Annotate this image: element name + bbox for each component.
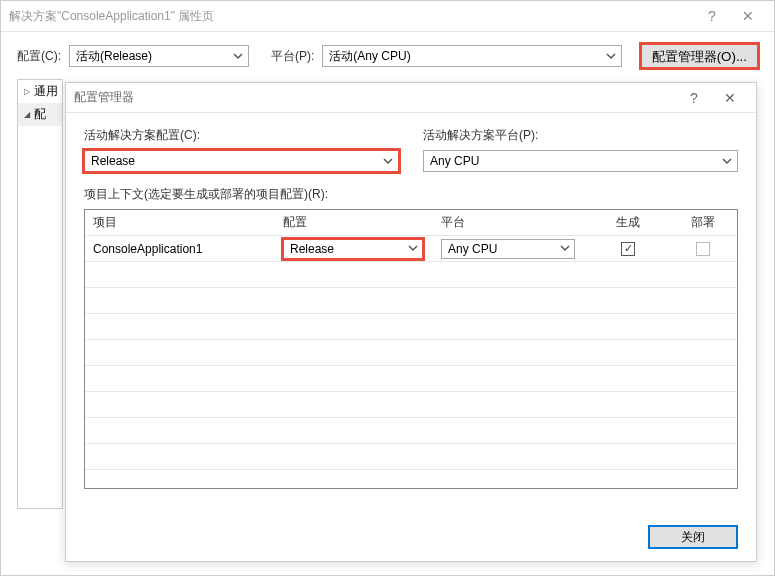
project-platform-dropdown[interactable]: Any CPU xyxy=(441,239,575,259)
chevron-down-icon xyxy=(560,242,570,256)
config-dropdown[interactable]: 活动(Release) xyxy=(69,45,249,67)
close-icon[interactable]: ✕ xyxy=(730,8,766,24)
config-row: 活动解决方案配置(C): Release 活动解决方案平台(P): Any CP… xyxy=(84,127,738,172)
config-value: 活动(Release) xyxy=(76,48,152,65)
table-row xyxy=(85,314,737,340)
child-title: 配置管理器 xyxy=(74,89,676,106)
project-config-cell: Release xyxy=(275,239,433,259)
table-row xyxy=(85,288,737,314)
project-config-dropdown[interactable]: Release xyxy=(283,239,423,259)
solution-platform-dropdown[interactable]: Any CPU xyxy=(423,150,738,172)
chevron-down-icon xyxy=(232,50,244,62)
close-button[interactable]: 关闭 xyxy=(648,525,738,549)
category-tree[interactable]: ▷ 通用 ◢ 配 xyxy=(17,79,63,509)
table-row xyxy=(85,366,737,392)
table-row xyxy=(85,444,737,470)
chevron-down-icon xyxy=(408,242,418,256)
solution-config-value: Release xyxy=(91,154,135,168)
chevron-down-icon xyxy=(382,155,394,167)
child-titlebar: 配置管理器 ? ✕ xyxy=(66,83,756,113)
help-icon[interactable]: ? xyxy=(676,90,712,106)
project-platform-value: Any CPU xyxy=(448,242,497,256)
table-row xyxy=(85,340,737,366)
col-project: 项目 xyxy=(85,214,275,231)
grid-header: 项目 配置 平台 生成 部署 xyxy=(85,210,737,236)
platform-value: 活动(Any CPU) xyxy=(329,48,410,65)
platform-label: 平台(P): xyxy=(271,48,314,65)
collapse-icon: ◢ xyxy=(24,110,30,119)
platform-dropdown[interactable]: 活动(Any CPU) xyxy=(322,45,622,67)
config-manager-dialog: 配置管理器 ? ✕ 活动解决方案配置(C): Release 活动解决方案平台(… xyxy=(65,82,757,562)
chevron-down-icon xyxy=(721,155,733,167)
project-context-grid: 项目 配置 平台 生成 部署 ConsoleApplication1 Relea… xyxy=(84,209,738,489)
col-deploy: 部署 xyxy=(673,214,733,231)
solution-platform-group: 活动解决方案平台(P): Any CPU xyxy=(423,127,738,172)
col-platform: 平台 xyxy=(433,214,583,231)
config-manager-button[interactable]: 配置管理器(O)... xyxy=(641,44,758,68)
tree-label: 通用 xyxy=(34,83,58,100)
project-name: ConsoleApplication1 xyxy=(85,242,275,256)
deploy-cell xyxy=(673,242,733,256)
build-cell: ✓ xyxy=(583,242,673,256)
parent-titlebar: 解决方案"ConsoleApplication1" 属性页 ? ✕ xyxy=(1,1,774,31)
solution-config-dropdown[interactable]: Release xyxy=(84,150,399,172)
close-icon[interactable]: ✕ xyxy=(712,90,748,106)
child-body: 活动解决方案配置(C): Release 活动解决方案平台(P): Any CP… xyxy=(66,113,756,503)
solution-platform-label: 活动解决方案平台(P): xyxy=(423,127,738,144)
tree-item-common[interactable]: ▷ 通用 xyxy=(18,80,62,103)
parent-toolbar: 配置(C): 活动(Release) 平台(P): 活动(Any CPU) 配置… xyxy=(1,32,774,78)
project-config-value: Release xyxy=(290,242,334,256)
deploy-checkbox[interactable] xyxy=(696,242,710,256)
expand-icon: ▷ xyxy=(24,87,30,96)
solution-config-group: 活动解决方案配置(C): Release xyxy=(84,127,399,172)
table-row xyxy=(85,392,737,418)
col-config: 配置 xyxy=(275,214,433,231)
project-platform-cell: Any CPU xyxy=(433,239,583,259)
table-row xyxy=(85,262,737,288)
solution-config-label: 活动解决方案配置(C): xyxy=(84,127,399,144)
tree-label: 配 xyxy=(34,106,46,123)
build-checkbox[interactable]: ✓ xyxy=(621,242,635,256)
parent-title: 解决方案"ConsoleApplication1" 属性页 xyxy=(9,8,694,25)
help-icon[interactable]: ? xyxy=(694,8,730,24)
tree-item-config[interactable]: ◢ 配 xyxy=(18,103,62,126)
table-row xyxy=(85,470,737,496)
col-build: 生成 xyxy=(583,214,673,231)
context-hint: 项目上下文(选定要生成或部署的项目配置)(R): xyxy=(84,186,738,203)
table-row: ConsoleApplication1 Release Any CPU xyxy=(85,236,737,262)
chevron-down-icon xyxy=(605,50,617,62)
solution-platform-value: Any CPU xyxy=(430,154,479,168)
table-row xyxy=(85,418,737,444)
config-label: 配置(C): xyxy=(17,48,61,65)
